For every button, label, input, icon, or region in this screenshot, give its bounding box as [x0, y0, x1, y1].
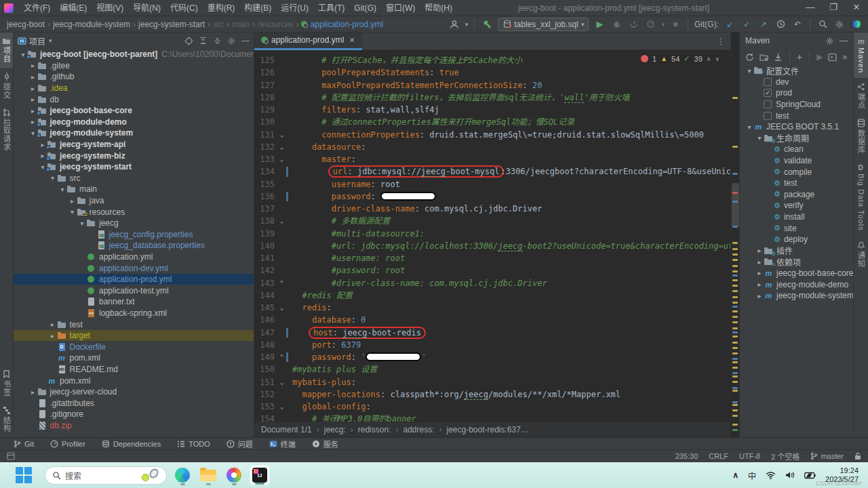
profiler-run-icon[interactable]	[644, 18, 656, 30]
breadcrumb-item[interactable]: src	[213, 20, 224, 29]
search-everywhere-icon[interactable]	[816, 18, 829, 30]
menu-重构R[interactable]: 重构(R)	[203, 0, 240, 16]
ime-indicator[interactable]: 中	[748, 470, 756, 481]
file-encoding[interactable]: UTF-8	[739, 452, 760, 460]
maximize-button[interactable]: ❐	[822, 0, 845, 16]
project-tree-item-pom.xml[interactable]: mpom.xml	[14, 375, 254, 386]
git-push-icon[interactable]: ↗	[757, 18, 770, 30]
tab-application-prod-yml[interactable]: application-prod.yml ✕	[254, 33, 362, 50]
maven-item-install[interactable]: ⚙install	[740, 211, 853, 223]
next-issue-icon[interactable]: ∨	[715, 56, 719, 62]
tool-strip-commit[interactable]: 提交	[0, 68, 13, 104]
start-button[interactable]	[15, 466, 33, 484]
line-number[interactable]: 129	[254, 104, 277, 116]
project-tree-item-main[interactable]: ▾main	[14, 184, 254, 195]
git-branch-widget[interactable]: master	[810, 452, 844, 460]
breadcrumb-item[interactable]: main	[232, 20, 250, 29]
wifi-icon[interactable]	[766, 471, 776, 479]
maven-run-icon[interactable]: ▶	[816, 52, 823, 62]
tree-arrow-icon[interactable]: ▸	[29, 388, 37, 396]
tool-strip-project[interactable]: 项目	[0, 33, 13, 68]
fold-marker-icon[interactable]: ⌄	[277, 215, 286, 227]
scrollbar-thumb[interactable]	[732, 183, 739, 228]
line-number[interactable]: 125	[254, 54, 277, 66]
lock-icon[interactable]	[854, 452, 861, 460]
breadcrumb-item[interactable]: jeecg-boot	[7, 20, 45, 29]
maven-item-jeecg-module-system[interactable]: ▸mjeecg-module-system	[740, 290, 853, 302]
git-commit-icon[interactable]: ✓	[741, 18, 753, 30]
project-view-caret[interactable]: ▾	[49, 37, 52, 44]
line-number[interactable]: 138	[254, 215, 277, 227]
tray-chevron-icon[interactable]: ∧	[732, 470, 738, 480]
maven-reload-icon[interactable]	[745, 53, 754, 62]
toolwindow-Dependencies[interactable]: Dependencies	[102, 440, 161, 448]
history-icon[interactable]	[774, 18, 787, 30]
maven-item-dev[interactable]: dev	[740, 77, 853, 88]
menu-文件F[interactable]: 文件(F)	[19, 0, 55, 16]
collapse-all-icon[interactable]	[213, 37, 222, 45]
tree-arrow-icon[interactable]: ▸	[49, 321, 57, 328]
line-number[interactable]: 133	[254, 153, 277, 165]
menu-GitG[interactable]: Git(G)	[349, 0, 381, 16]
tree-arrow-icon[interactable]: ▸	[29, 62, 37, 69]
project-tree-item-test[interactable]: ▸test	[14, 319, 254, 330]
tree-arrow-icon[interactable]: ▾	[755, 134, 764, 142]
line-number[interactable]: 135	[254, 178, 277, 190]
close-button[interactable]: ✕	[845, 0, 868, 16]
maven-hide-icon[interactable]: —	[840, 36, 848, 45]
line-number[interactable]: 151	[254, 376, 277, 388]
tab-options-icon[interactable]: ⋮	[717, 37, 730, 46]
run-coverage-icon[interactable]	[627, 18, 639, 30]
status-layout-icon[interactable]	[7, 452, 15, 460]
panel-settings-gear-icon[interactable]	[227, 37, 236, 45]
fold-marker-icon[interactable]: ⌄	[277, 153, 286, 165]
project-tree-item-jeecg-system-start[interactable]: ▾jeecg-system-start	[14, 161, 254, 173]
project-tree-item-application-prod.yml[interactable]: application-prod.yml	[14, 274, 254, 285]
inspections-widget[interactable]: 1 ▲ 54 ✓ 39 ∧ ∨	[641, 54, 719, 63]
project-tree-item-jeecg[interactable]: ▾jeecg	[14, 218, 254, 229]
fold-marker-icon[interactable]: ⌃	[277, 277, 286, 289]
editor-breadcrumb-item[interactable]: Document 1/1	[261, 425, 312, 434]
project-tree-item-jeecg-boot[interactable]: ▾jeecg-boot [jeecg-boot-parent]C:\Users\…	[14, 49, 254, 60]
line-number[interactable]: 152	[254, 388, 277, 401]
editor-breadcrumb-bar[interactable]: Document 1/1›jeecg:›redisson:›address:›j…	[254, 422, 730, 437]
tree-arrow-icon[interactable]: ▾	[745, 67, 753, 75]
hide-panel-icon[interactable]: —	[241, 36, 250, 45]
tool-strip-pull-request[interactable]: 拉取请求	[0, 104, 13, 156]
project-tree-item-jeecg-module-demo[interactable]: ▸jeecg-module-demo	[14, 117, 254, 128]
line-number[interactable]: 127	[254, 79, 277, 92]
tool-strip-big-data-tools[interactable]: DBig Data Tools	[854, 159, 868, 236]
tree-arrow-icon[interactable]: ▸	[29, 96, 37, 103]
tab-close-icon[interactable]: ✕	[349, 36, 355, 45]
maven-item-[interactable]: ▾⚙生命周期	[740, 133, 853, 144]
maven-item-[interactable]: ▸≡依赖项	[740, 256, 853, 268]
maven-item-package[interactable]: ⚙package	[740, 189, 853, 201]
breadcrumb-file[interactable]: application-prod.yml	[311, 20, 383, 29]
settings-gear-icon[interactable]	[833, 18, 846, 30]
line-number[interactable]: 130	[254, 116, 277, 128]
profile-checkbox[interactable]	[764, 112, 772, 120]
tree-arrow-icon[interactable]: ▾	[78, 220, 86, 227]
line-number[interactable]: 147	[254, 327, 277, 339]
line-number[interactable]: 145	[254, 302, 277, 314]
project-tree-item-pom.xml[interactable]: mpom.xml	[14, 352, 254, 364]
menu-导航N[interactable]: 导航(N)	[128, 0, 165, 16]
line-number[interactable]: 154	[254, 413, 277, 422]
tool-strip-maven[interactable]: mMaven	[854, 33, 868, 78]
tree-arrow-icon[interactable]: ▸	[29, 85, 37, 92]
maven-item-site[interactable]: ⚙site	[740, 222, 853, 234]
minimize-button[interactable]: —	[799, 0, 822, 16]
maven-add-icon[interactable]: +	[797, 52, 802, 62]
menu-窗口W[interactable]: 窗口(W)	[381, 0, 420, 16]
run-configuration-select[interactable]: ✕ tables_xxl_job.sql ▾	[498, 18, 589, 31]
menu-运行U[interactable]: 运行(U)	[276, 0, 313, 16]
maven-item-[interactable]: ▸⚙插件	[740, 245, 853, 257]
line-number[interactable]: 150	[254, 363, 277, 375]
maven-generate-sources-icon[interactable]	[760, 53, 768, 62]
fold-marker-icon[interactable]: ⌃	[277, 351, 286, 363]
project-tree-item-README.md[interactable]: MDREADME.md	[14, 364, 254, 375]
taskbar-app-explorer[interactable]	[198, 465, 218, 485]
profiler-caret[interactable]: ▾	[661, 21, 665, 28]
maven-item-jeecg-module-demo[interactable]: ▸mjeecg-module-demo	[740, 279, 853, 290]
maven-item-clean[interactable]: ⚙clean	[740, 144, 853, 155]
